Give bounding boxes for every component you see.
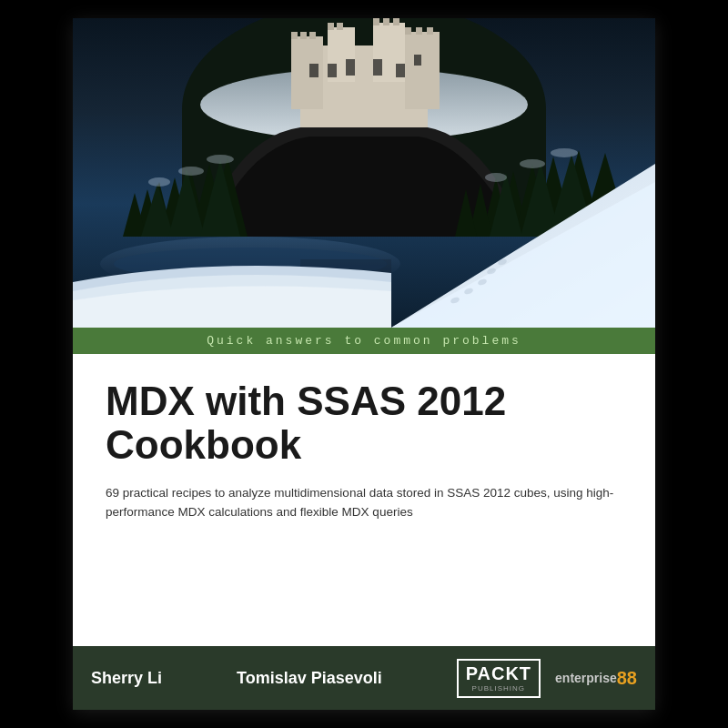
svg-rect-14 [427,27,433,35]
svg-rect-13 [416,27,422,35]
svg-rect-16 [337,23,343,30]
title-line2: Cookbook [106,422,301,467]
svg-rect-12 [405,27,411,35]
svg-rect-22 [346,59,355,76]
enterprise-text: enterprise [555,671,617,685]
svg-rect-21 [328,64,337,77]
enterprise-badge: enterprise88 [548,668,637,689]
publishing-text: PUBLISHING [472,684,525,693]
svg-rect-6 [405,32,440,109]
svg-rect-24 [396,64,405,77]
svg-point-47 [148,177,170,187]
svg-rect-19 [393,18,399,25]
svg-rect-11 [309,32,316,39]
content-area: MDX with SSAS 2012 Cookbook 69 practical… [73,354,655,646]
author2-name: Tomislav Piasevoli [237,669,457,688]
svg-point-48 [178,167,204,176]
book-title: MDX with SSAS 2012 Cookbook [106,379,622,468]
svg-rect-18 [383,18,389,25]
svg-rect-23 [373,59,382,76]
banner-text: Quick answers to common problems [207,334,521,348]
svg-rect-20 [309,64,318,77]
packt-box: PACKT PUBLISHING [457,659,541,698]
enterprise-number: 88 [617,668,637,689]
cover-image [73,18,655,328]
author1-name: Sherry Li [91,669,237,688]
svg-rect-10 [300,32,307,39]
svg-point-51 [520,159,545,168]
svg-point-50 [485,173,507,182]
bottom-bar: Sherry Li Tomislav Piasevoli PACKT PUBLI… [73,646,655,710]
svg-point-49 [207,155,234,164]
packt-text: PACKT [466,664,531,682]
packt-logo: PACKT PUBLISHING [457,659,541,698]
svg-rect-17 [373,18,379,25]
book-cover: Quick answers to common problems MDX wit… [73,18,655,710]
svg-rect-9 [291,32,298,39]
book-subtitle: 69 practical recipes to analyze multidim… [106,484,622,522]
title-line1: MDX with SSAS 2012 [106,379,506,423]
quick-answers-banner: Quick answers to common problems [73,328,655,354]
svg-rect-15 [328,23,334,30]
svg-point-52 [551,148,578,157]
svg-rect-25 [414,55,421,66]
